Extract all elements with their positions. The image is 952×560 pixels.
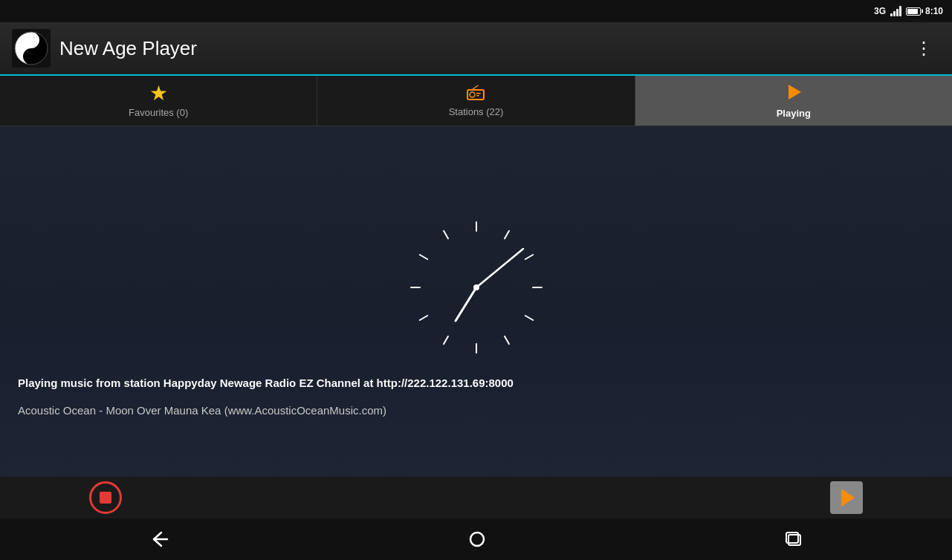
app-logo xyxy=(12,29,51,68)
tab-playing-label: Playing xyxy=(777,108,811,119)
signal-indicator: 3G xyxy=(874,6,886,16)
svg-point-2 xyxy=(28,37,34,43)
svg-point-25 xyxy=(473,284,479,290)
clock-display xyxy=(402,213,551,362)
tab-stations[interactable]: Stations (22) xyxy=(317,76,635,126)
svg-line-15 xyxy=(525,316,532,320)
play-icon xyxy=(784,82,803,105)
svg-line-19 xyxy=(419,316,427,320)
overflow-menu-icon[interactable]: ⋮ xyxy=(909,32,940,65)
controls-bar xyxy=(0,477,952,518)
svg-line-22 xyxy=(444,231,448,238)
tab-playing[interactable]: Playing xyxy=(635,76,952,126)
stop-button[interactable] xyxy=(89,481,122,514)
svg-line-16 xyxy=(505,336,509,344)
clock-display: 8:10 xyxy=(925,6,943,16)
recents-button[interactable] xyxy=(762,524,825,554)
home-button[interactable] xyxy=(446,523,508,556)
star-icon: ★ xyxy=(149,83,168,104)
svg-line-18 xyxy=(444,336,448,344)
tab-bar: ★ Favourites (0) Stations (22) Playing xyxy=(0,76,952,126)
svg-line-23 xyxy=(476,249,523,287)
svg-line-13 xyxy=(525,255,532,259)
track-info: Acoustic Ocean - Moon Over Mauna Kea (ww… xyxy=(0,404,952,417)
tab-favourites-label: Favourites (0) xyxy=(129,107,188,118)
svg-rect-8 xyxy=(476,95,479,97)
back-button[interactable] xyxy=(127,524,192,555)
tab-favourites[interactable]: ★ Favourites (0) xyxy=(0,76,317,126)
play-button[interactable] xyxy=(830,481,863,514)
stop-icon xyxy=(100,492,111,504)
station-info: Playing music from station Happyday Newa… xyxy=(0,377,952,389)
status-bar: 3G 8:10 xyxy=(0,0,952,22)
svg-point-27 xyxy=(470,533,484,546)
svg-marker-10 xyxy=(789,85,801,100)
home-icon xyxy=(468,530,486,548)
navigation-bar xyxy=(0,518,952,560)
radio-icon xyxy=(466,84,485,103)
tab-stations-label: Stations (22) xyxy=(449,106,504,117)
battery-icon xyxy=(906,7,921,16)
svg-rect-7 xyxy=(476,93,481,94)
app-header: New Age Player ⋮ xyxy=(0,22,952,76)
svg-line-12 xyxy=(505,231,509,238)
recents-icon xyxy=(785,532,803,547)
back-arrow-icon xyxy=(149,531,170,547)
svg-point-3 xyxy=(28,53,34,59)
svg-rect-6 xyxy=(470,92,475,97)
play-triangle-icon xyxy=(841,489,855,507)
signal-strength-icon xyxy=(890,6,901,16)
app-title: New Age Player xyxy=(59,37,909,60)
svg-line-21 xyxy=(419,255,427,259)
svg-line-24 xyxy=(456,287,476,321)
main-content: Playing music from station Happyday Newa… xyxy=(0,126,952,518)
clock-svg xyxy=(402,213,551,362)
